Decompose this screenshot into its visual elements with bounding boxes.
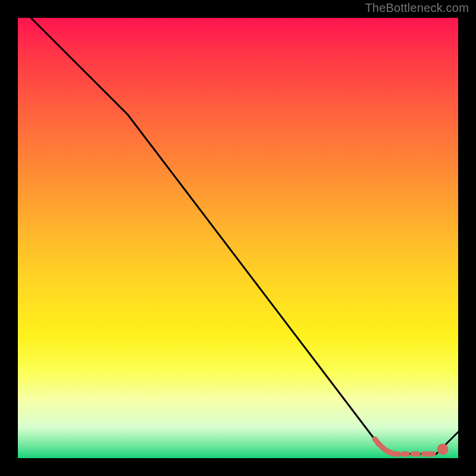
highlight-segment [375, 439, 446, 454]
bottleneck-curve-line [18, 5, 458, 454]
svg-point-3 [440, 446, 446, 452]
chart-svg [18, 18, 458, 458]
watermark-text: TheBottleneck.com [365, 1, 469, 15]
plot-area [18, 18, 458, 458]
chart-frame: TheBottleneck.com [0, 0, 476, 476]
